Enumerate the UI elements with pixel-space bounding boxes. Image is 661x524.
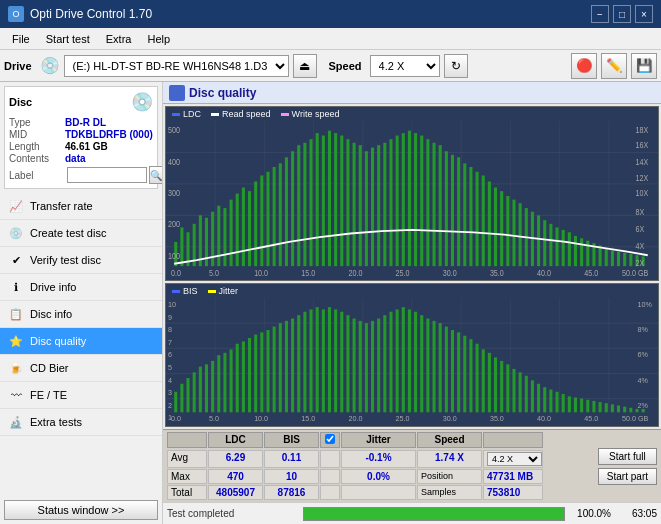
svg-text:10%: 10%	[638, 300, 653, 309]
menubar: File Start test Extra Help	[0, 28, 661, 50]
svg-rect-158	[346, 315, 349, 412]
disc-type-value: BD-R DL	[65, 117, 106, 128]
svg-text:40.0: 40.0	[537, 268, 552, 278]
drive-icon: 💿	[40, 56, 60, 75]
write-button[interactable]: ✏️	[601, 53, 627, 79]
ldc-legend: LDC	[172, 109, 201, 119]
svg-rect-28	[260, 175, 263, 266]
svg-text:2%: 2%	[638, 401, 649, 410]
svg-rect-151	[303, 312, 306, 413]
svg-rect-144	[260, 333, 263, 413]
svg-text:35.0: 35.0	[490, 414, 504, 423]
svg-text:8X: 8X	[635, 208, 644, 218]
sidebar-item-create-test-disc[interactable]: 💿 Create test disc	[0, 220, 162, 247]
maximize-button[interactable]: □	[613, 5, 631, 23]
stats-max-label: Max	[167, 469, 207, 484]
svg-text:50.0 GB: 50.0 GB	[622, 268, 648, 278]
svg-rect-190	[543, 387, 546, 412]
sidebar-item-label: Disc info	[30, 308, 72, 320]
svg-rect-135	[205, 365, 208, 413]
svg-rect-53	[414, 133, 417, 266]
chart1-legend: LDC Read speed Write speed	[166, 107, 658, 121]
menu-starttest[interactable]: Start test	[38, 31, 98, 47]
svg-text:10.0: 10.0	[254, 268, 269, 278]
disc-contents-label: Contents	[9, 153, 65, 164]
status-window-button[interactable]: Status window >>	[4, 500, 158, 520]
sidebar-item-extra-tests[interactable]: 🔬 Extra tests	[0, 409, 162, 436]
svg-rect-60	[457, 157, 460, 266]
svg-rect-182	[494, 358, 497, 413]
stats-col-empty2	[483, 432, 543, 448]
svg-text:2X: 2X	[635, 259, 644, 269]
disc-label-input[interactable]	[67, 167, 147, 183]
drive-info-icon: ℹ	[8, 279, 24, 295]
stats-avg-jitter: -0.1%	[341, 450, 416, 468]
svg-text:40.0: 40.0	[537, 414, 551, 423]
svg-rect-160	[359, 321, 362, 412]
svg-text:6: 6	[168, 350, 172, 359]
eject-button[interactable]: ⏏	[293, 54, 317, 78]
svg-rect-30	[273, 167, 276, 266]
sidebar-item-drive-info[interactable]: ℹ Drive info	[0, 274, 162, 301]
svg-rect-37	[316, 133, 319, 266]
svg-rect-198	[592, 401, 595, 412]
cd-bier-icon: 🍺	[8, 360, 24, 376]
drive-select[interactable]: (E:) HL-DT-ST BD-RE WH16NS48 1.D3	[64, 55, 289, 77]
sidebar-item-label: Transfer rate	[30, 200, 93, 212]
svg-rect-47	[377, 145, 380, 266]
svg-rect-165	[389, 312, 392, 413]
stats-total-bis: 87816	[264, 485, 319, 500]
disc-quality-title: Disc quality	[189, 86, 256, 100]
svg-text:25.0: 25.0	[396, 268, 411, 278]
svg-rect-78	[568, 232, 571, 266]
svg-text:5.0: 5.0	[209, 414, 219, 423]
svg-rect-200	[605, 403, 608, 412]
stats-speed-dropdown[interactable]: 4.2 X	[487, 452, 542, 466]
sidebar-item-transfer-rate[interactable]: 📈 Transfer rate	[0, 193, 162, 220]
menu-help[interactable]: Help	[139, 31, 178, 47]
svg-rect-150	[297, 315, 300, 412]
jitter-checkbox[interactable]	[325, 434, 335, 444]
disc-mid-label: MID	[9, 129, 65, 140]
svg-rect-25	[242, 188, 245, 267]
label-search-button[interactable]: 🔍	[149, 166, 163, 184]
refresh-button[interactable]: ↻	[444, 54, 468, 78]
stats-max-jitter: 0.0%	[341, 469, 416, 484]
write-speed-legend: Write speed	[281, 109, 340, 119]
stats-avg-bis: 0.11	[264, 450, 319, 468]
svg-text:45.0: 45.0	[584, 268, 599, 278]
svg-rect-51	[402, 133, 405, 266]
menu-file[interactable]: File	[4, 31, 38, 47]
sidebar-item-cd-bier[interactable]: 🍺 CD Bier	[0, 355, 162, 382]
svg-rect-163	[377, 319, 380, 413]
speed-select[interactable]: 4.2 X	[370, 55, 440, 77]
svg-text:300: 300	[168, 188, 181, 198]
stats-speed-dropdown-cell: 4.2 X	[483, 450, 543, 468]
svg-rect-167	[402, 307, 405, 412]
stats-position-value: 47731 MB	[483, 469, 543, 484]
sidebar-item-disc-info[interactable]: 📋 Disc info	[0, 301, 162, 328]
progress-bar-fill	[304, 508, 564, 520]
svg-text:4: 4	[168, 375, 172, 384]
sidebar-item-verify-test-disc[interactable]: ✔ Verify test disc	[0, 247, 162, 274]
disc-quality-header: Disc quality	[163, 82, 661, 104]
svg-rect-157	[340, 312, 343, 413]
minimize-button[interactable]: −	[591, 5, 609, 23]
svg-text:4%: 4%	[638, 375, 649, 384]
sidebar-item-fe-te[interactable]: 〰 FE / TE	[0, 382, 162, 409]
svg-rect-59	[451, 155, 454, 266]
menu-extra[interactable]: Extra	[98, 31, 140, 47]
close-button[interactable]: ×	[635, 5, 653, 23]
svg-rect-21	[217, 206, 220, 266]
sidebar-item-disc-quality[interactable]: ⭐ Disc quality	[0, 328, 162, 355]
start-part-button[interactable]: Start part	[598, 468, 657, 485]
erase-button[interactable]: 🔴	[571, 53, 597, 79]
write-speed-legend-dot	[281, 113, 289, 116]
svg-rect-64	[482, 175, 485, 266]
svg-rect-141	[242, 342, 245, 413]
ldc-chart: LDC Read speed Write speed	[165, 106, 659, 281]
save-button[interactable]: 💾	[631, 53, 657, 79]
svg-rect-79	[574, 236, 577, 266]
start-full-button[interactable]: Start full	[598, 448, 657, 465]
svg-rect-185	[512, 369, 515, 412]
